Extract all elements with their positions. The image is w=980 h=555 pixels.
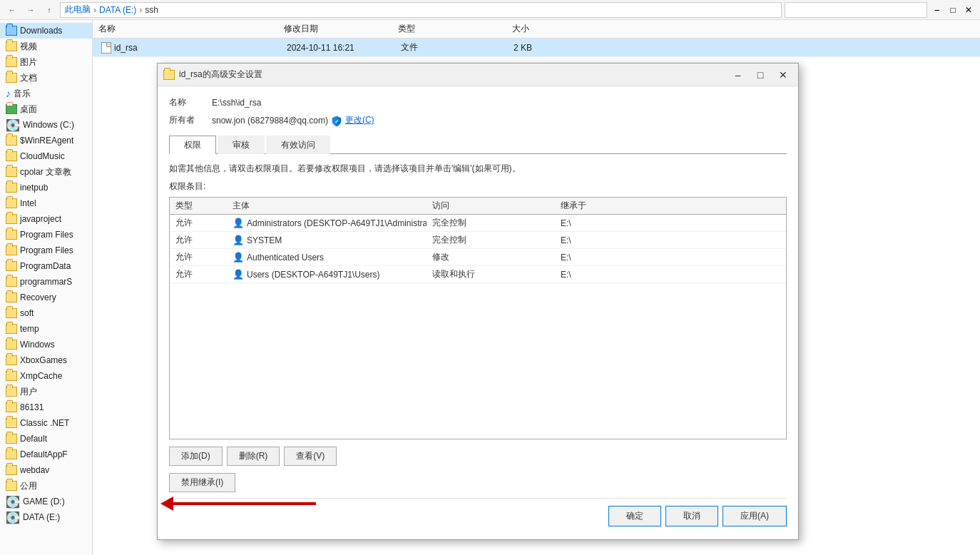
sidebar-item-programdata[interactable]: ProgramData [0,258,92,274]
sidebar-item-intel[interactable]: Intel [0,195,92,211]
dialog-minimize-button[interactable]: ‒ [728,68,747,82]
sidebar-item-programfiles2[interactable]: Program Files [0,243,92,258]
pictures-folder-icon [6,57,17,67]
sidebar-item-cpolar[interactable]: cpolar 文章教 [0,164,92,180]
minimize-button[interactable]: ‒ [930,3,944,17]
maximize-button[interactable]: □ [946,3,960,17]
perm-row-4[interactable]: 允许 👤 Users (DESKTOP-A649TJ1\Users) 读取和执行… [170,266,786,283]
tab-effective-access[interactable]: 有效访问 [266,136,330,154]
folder-icon [6,277,17,287]
sidebar-item-downloads[interactable]: Downloads [0,23,92,39]
sidebar-item-windows[interactable]: Windows [0,337,92,352]
tab-audit[interactable]: 审核 [218,136,265,154]
sidebar-item-recovery[interactable]: Recovery [0,290,92,305]
sidebar-item-desktop[interactable]: 桌面 [0,101,92,117]
sidebar-item-xmpcache[interactable]: XmpCache [0,368,92,384]
sidebar-item-label: 公用 [20,480,37,492]
file-size: 2 KB [466,43,538,53]
sidebar-item-label: Classic .NET [20,418,69,428]
delete-button[interactable]: 删除(R) [227,447,280,466]
sidebar-item-label: GAME (D:) [23,497,65,506]
downloads-folder-icon [6,26,17,36]
sidebar-item-classicnet[interactable]: Classic .NET [0,415,92,431]
perm-row-2[interactable]: 允许 👤 SYSTEM 完全控制 E:\ [170,232,786,249]
sidebar-item-javaproject[interactable]: javaproject [0,211,92,227]
dialog-close-button[interactable]: ✕ [774,68,792,82]
sidebar-item-temp[interactable]: temp [0,321,92,337]
folder-icon [6,324,17,334]
folder-icon [6,387,17,397]
sidebar-item-users[interactable]: 用户 [0,384,92,399]
perm-subject-2: 👤 SYSTEM [227,235,427,245]
address-part-2: DATA (E:) [99,5,136,15]
sidebar-item-video[interactable]: 视频 [0,39,92,54]
folder-icon [6,183,17,193]
owner-value: snow.jon (68279884@qq.com) [212,116,328,126]
sidebar-item-cloudmusic[interactable]: CloudMusic [0,148,92,164]
sidebar-item-xboxgames[interactable]: XboxGames [0,352,92,368]
apply-button[interactable]: 应用(A) [723,506,787,526]
dialog-maximize-button[interactable]: □ [751,68,770,82]
file-type: 文件 [395,41,466,54]
sidebar-item-inetpub[interactable]: inetpub [0,180,92,195]
tab-permissions[interactable]: 权限 [169,136,216,154]
sidebar-item-programmars[interactable]: programmarS [0,274,92,290]
sidebar-item-soft[interactable]: soft [0,305,92,321]
perm-row-3[interactable]: 允许 👤 Authenticated Users 修改 E:\ [170,249,786,266]
sidebar-item-label: Windows (C:) [23,120,74,130]
sidebar-item-label: inetpub [20,183,48,193]
back-button[interactable]: ← [4,2,20,18]
sidebar-item-pictures[interactable]: 图片 [0,54,92,70]
owner-row: 所有者 snow.jon (68279884@qq.com) ✓ 更改(C) [169,114,787,126]
col-type-header: 类型 [170,200,227,212]
user-icon-1: 👤 [233,218,244,228]
col-header-type: 类型 [392,23,464,35]
search-input[interactable] [785,2,927,18]
dialog-titlebar: id_rsa的高级安全设置 ‒ □ ✕ [158,63,798,86]
address-part-3: ssh [145,5,158,15]
arrow-line [173,502,316,505]
sidebar-item-documents[interactable]: 文档 [0,70,92,86]
disable-inherit-button[interactable]: 禁用继承(I) [169,473,235,492]
file-doc-icon [101,42,111,54]
sidebar-item-default[interactable]: Default [0,431,92,447]
sidebar-item-label: Program Files [20,230,73,240]
dialog-body: 名称 E:\ssh\id_rsa 所有者 snow.jon (68279884@… [158,86,798,539]
sidebar-item-game-d[interactable]: 💽 GAME (D:) [0,494,92,509]
sidebar-item-public[interactable]: 公用 [0,478,92,494]
forward-button[interactable]: → [23,2,39,18]
top-bar: ← → ↑ 此电脑 › DATA (E:) › ssh ‒ □ ✕ [0,0,980,20]
sidebar-item-programfiles1[interactable]: Program Files [0,227,92,243]
folder-icon [6,371,17,381]
perm-inherit-2: E:\ [555,235,683,245]
svg-text:✓: ✓ [334,118,339,125]
sidebar-item-defaultappf[interactable]: DefaultAppF [0,447,92,462]
view-button[interactable]: 查看(V) [284,447,337,466]
name-value: E:\ssh\id_rsa [212,98,261,108]
close-button[interactable]: ✕ [961,3,976,17]
sidebar-item-music[interactable]: ♪ 音乐 [0,86,92,101]
perm-subject-4: 👤 Users (DESKTOP-A649TJ1\Users) [227,269,427,280]
sidebar-item-data-e[interactable]: 💽 DATA (E:) [0,509,92,525]
ok-button[interactable]: 确定 [608,506,661,526]
sidebar-item-windows-c[interactable]: 💽 Windows (C:) [0,117,92,133]
perm-type-2: 允许 [170,234,227,246]
add-button[interactable]: 添加(D) [169,447,223,466]
up-button[interactable]: ↑ [41,2,57,18]
change-link[interactable]: 更改(C) [345,114,374,126]
sidebar: Downloads 视频 图片 文档 ♪ 音乐 桌面 [0,20,93,555]
address-bar[interactable]: 此电脑 › DATA (E:) › ssh [60,2,782,18]
sidebar-item-label: ProgramData [20,261,71,271]
sidebar-item-86131[interactable]: 86131 [0,399,92,415]
sidebar-item-winreagent[interactable]: $WinREAgent [0,133,92,148]
folder-icon [6,214,17,224]
cancel-button[interactable]: 取消 [665,506,718,526]
security-dialog: id_rsa的高级安全设置 ‒ □ ✕ 名称 E:\ssh\id_rsa 所有者… [157,63,799,540]
sidebar-item-label: cpolar 文章教 [20,166,71,178]
file-row-id-rsa[interactable]: id_rsa 2024-10-11 16:21 文件 2 KB [93,39,980,57]
sidebar-item-label: Default [20,434,47,444]
col-header-name: 名称 [93,23,278,35]
sidebar-item-label: DATA (E:) [23,512,60,522]
sidebar-item-webdav[interactable]: webdav [0,462,92,478]
perm-row-1[interactable]: 允许 👤 Administrators (DESKTOP-A649TJ1\Adm… [170,215,786,232]
